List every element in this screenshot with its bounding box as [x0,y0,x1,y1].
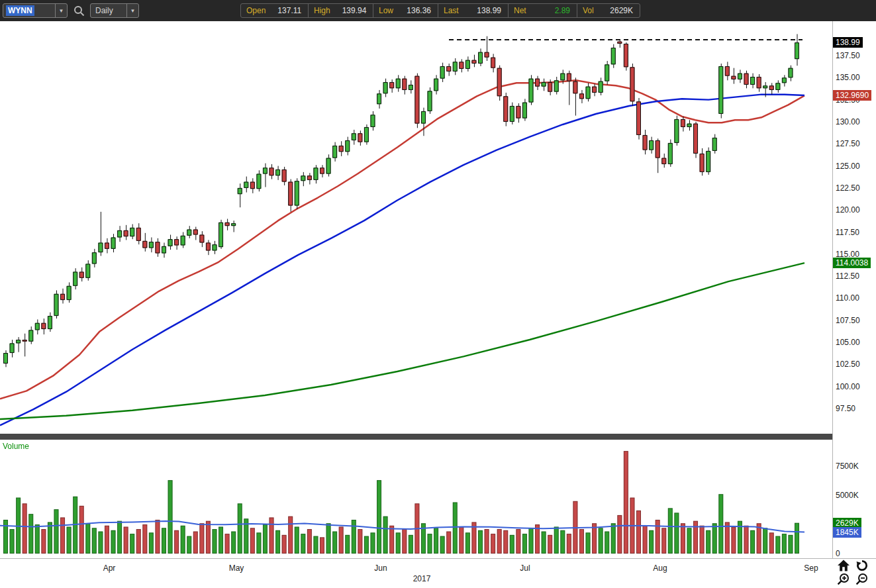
price-tick-label: 105.00 [836,338,860,347]
undo-icon[interactable] [855,560,869,571]
vol-label: Vol [583,6,594,15]
timeframe-dropdown-button[interactable]: ▼ [126,4,138,17]
volume-tick-label: 5000K [836,491,859,500]
month-label: May [229,564,244,573]
timeframe-value: Daily [91,6,126,15]
price-tick-label: 112.50 [836,271,859,281]
volume-pane-title: Volume [3,442,29,451]
quote-net: Net 2.89 [509,4,577,17]
chevron-down-icon: ▼ [130,8,136,14]
price-tick-label: 97.50 [836,404,855,413]
price-tick-label: 135.00 [836,73,860,82]
zoom-out-icon[interactable] [855,573,868,585]
quote-vol: Vol 2629K [577,4,640,17]
price-badge: 138.99 [833,37,863,48]
low-value: 136.36 [407,6,431,15]
volume-tick-label: 0 [836,549,840,558]
price-tick-label: 110.00 [836,293,859,303]
price-tick-label: 100.00 [836,382,860,391]
month-label: Apr [103,564,116,573]
price-tick-label: 137.50 [836,51,860,60]
price-chart-canvas[interactable] [0,21,832,434]
open-label: Open [246,6,266,15]
charting-app-window: WYNN ▼ Daily ▼ Open 137.11 High 139.94 L… [0,0,876,588]
volume-badge: 1845K [833,527,861,538]
month-label: Jun [374,564,387,573]
top-toolbar: WYNN ▼ Daily ▼ Open 137.11 High 139.94 L… [0,0,876,21]
symbol-input[interactable]: WYNN ▼ [3,3,68,18]
time-axis[interactable]: AprMayJunJulAugSep2017 [0,558,876,588]
volume-tick-label: 7500K [836,462,859,471]
price-badge: 132.9690 [833,90,871,101]
price-tick-label: 122.50 [836,183,860,193]
vol-value: 2629K [610,6,633,15]
last-label: Last [444,6,459,15]
home-icon[interactable] [837,560,850,571]
pane-divider-handle[interactable] [0,434,876,440]
price-badge: 114.0038 [833,258,871,268]
zoom-in-icon[interactable] [837,573,850,585]
chevron-down-icon: ▼ [59,8,64,14]
symbol-text: WYNN [3,6,55,15]
high-label: High [314,6,330,15]
search-icon [73,5,85,17]
search-button[interactable] [72,4,86,17]
volume-chart-canvas[interactable] [0,440,832,558]
symbol-dropdown-button[interactable]: ▼ [55,4,67,17]
chart-nav-controls [836,560,875,587]
price-tick-label: 102.50 [836,360,860,369]
low-label: Low [379,6,393,15]
quote-last: Last 138.99 [438,4,509,17]
month-label: Jul [520,564,530,573]
quote-low: Low 136.36 [373,4,438,17]
quote-open: Open 137.11 [241,4,309,17]
net-label: Net [514,6,526,15]
price-tick-label: 130.00 [836,117,860,126]
quote-high: High 139.94 [309,4,373,17]
high-value: 139.94 [342,6,367,15]
open-value: 137.11 [277,6,301,15]
quote-bar: Open 137.11 High 139.94 Low 136.36 Last … [240,3,640,18]
price-tick-label: 127.50 [836,139,860,148]
net-value: 2.89 [555,6,570,15]
last-value: 138.99 [477,6,501,15]
price-tick-label: 125.00 [836,162,860,171]
price-tick-label: 107.50 [836,316,860,325]
price-tick-label: 117.50 [836,228,859,237]
price-tick-label: 120.00 [836,205,860,215]
year-label: 2017 [413,574,431,583]
month-label: Sep [804,564,818,573]
month-label: Aug [653,564,667,573]
timeframe-select[interactable]: Daily ▼ [90,3,139,18]
